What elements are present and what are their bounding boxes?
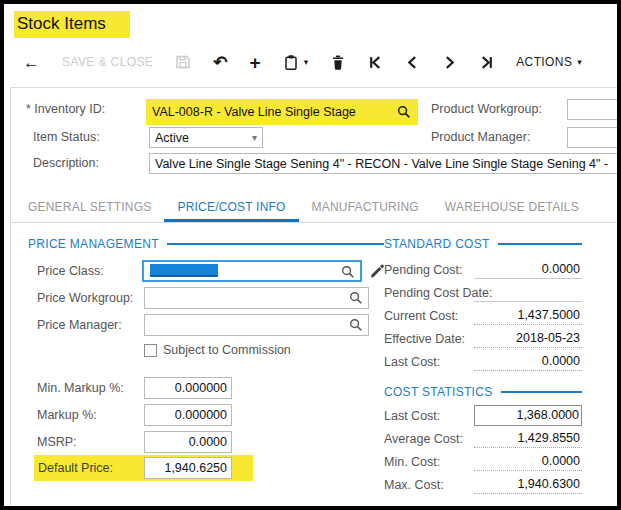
search-icon[interactable] (349, 291, 363, 305)
price-class-selected-text (150, 264, 218, 277)
price-management-section: PRICE MANAGEMENT Price Class: Price Work… (11, 235, 384, 496)
form-panel: * Inventory ID: VAL-008-R - Valve Line S… (10, 87, 617, 506)
cost-statistics-heading: COST STATISTICS (384, 383, 582, 400)
average-cost-row: Average Cost: 1,429.8550 (384, 427, 582, 450)
actions-button[interactable]: ACTIONS ▾ (505, 46, 593, 78)
first-record-icon (368, 55, 383, 70)
last-cost-label: Last Cost: (384, 355, 474, 369)
msrp-field[interactable]: 0.0000 (144, 431, 232, 453)
undo-button[interactable]: ↶ (202, 46, 238, 78)
subject-to-commission-row: Subject to Commission (144, 338, 384, 362)
price-workgroup-field[interactable] (144, 287, 369, 309)
description-field[interactable]: Valve Line Single Stage Sening 4" - RECO… (149, 153, 617, 174)
min-markup-row: Min. Markup %: 0.000000 (28, 374, 384, 401)
tab-content: PRICE MANAGEMENT Price Class: Price Work… (11, 223, 617, 496)
default-price-field[interactable]: 1,940.6250 (144, 457, 232, 479)
effective-date-label: Effective Date: (384, 332, 474, 346)
markup-label: Markup %: (28, 408, 144, 422)
pending-cost-date-row: Pending Cost Date: (384, 281, 582, 304)
price-class-row: Price Class: (28, 257, 384, 284)
price-manager-row: Price Manager: (28, 311, 384, 338)
pending-cost-row: Pending Cost: 0.0000 (384, 258, 582, 281)
product-manager-label: Product Manager: (431, 130, 530, 144)
markup-value: 0.000000 (175, 408, 227, 422)
save-disk-icon (175, 54, 191, 70)
actions-dropdown-caret: ▾ (577, 57, 582, 67)
inventory-id-value: VAL-008-R - Valve Line Single Stage (152, 105, 397, 119)
item-status-select[interactable]: Active ▾ (149, 127, 263, 148)
required-mark: * (26, 102, 31, 116)
stats-last-cost-label: Last Cost: (384, 409, 474, 423)
max-cost-value: 1,940.6300 (474, 475, 582, 494)
search-icon[interactable] (341, 265, 355, 279)
markup-row: Markup %: 0.000000 (28, 401, 384, 428)
back-button[interactable]: ← (12, 46, 51, 78)
actions-label: ACTIONS (516, 55, 572, 69)
current-cost-label: Current Cost: (384, 309, 474, 323)
go-prev-button[interactable] (394, 46, 431, 78)
markup-field[interactable]: 0.000000 (144, 404, 232, 426)
tab-price-cost-info[interactable]: PRICE/COST INFO (164, 190, 298, 222)
last-cost-value: 0.0000 (474, 352, 582, 371)
stats-last-cost-value[interactable]: 1,368.0000 (474, 405, 582, 426)
delete-button[interactable] (319, 46, 357, 78)
average-cost-label: Average Cost: (384, 432, 474, 446)
min-markup-label: Min. Markup %: (28, 381, 144, 395)
default-price-row: Default Price: 1,940.6250 (34, 455, 253, 481)
toolbar: ← SAVE & CLOSE ↶ + ▾ (4, 37, 617, 87)
add-button[interactable]: + (239, 46, 272, 78)
subject-to-commission-checkbox[interactable] (144, 344, 157, 357)
effective-date-value: 2018-05-23 (474, 329, 582, 348)
edit-pencil-icon[interactable] (370, 263, 384, 278)
tab-bar: GENERAL SETTINGS PRICE/COST INFO MANUFAC… (11, 190, 617, 223)
tab-truncated[interactable]: WH (614, 190, 617, 222)
back-arrow-icon: ← (23, 54, 40, 71)
price-class-field[interactable] (142, 260, 362, 282)
msrp-label: MSRP: (28, 435, 144, 449)
description-label: Description: (33, 156, 99, 170)
go-first-button[interactable] (357, 46, 394, 78)
average-cost-value: 1,429.8550 (474, 429, 582, 448)
product-manager-field[interactable] (567, 127, 617, 148)
tab-general-settings[interactable]: GENERAL SETTINGS (15, 190, 164, 222)
tab-manufacturing[interactable]: MANUFACTURING (299, 190, 432, 222)
price-class-label: Price Class: (28, 264, 142, 278)
cost-sections: STANDARD COST Pending Cost: 0.0000 Pendi… (384, 235, 582, 496)
page-title: Stock Items (14, 11, 130, 38)
pending-cost-date-value[interactable] (474, 283, 582, 302)
max-cost-label: Max. Cost: (384, 478, 474, 492)
standard-cost-heading: STANDARD COST (384, 235, 582, 252)
min-cost-label: Min. Cost: (384, 455, 474, 469)
go-next-button[interactable] (431, 46, 468, 78)
save-button[interactable] (164, 46, 202, 78)
inventory-id-field[interactable]: VAL-008-R - Valve Line Single Stage (146, 99, 418, 125)
min-cost-row: Min. Cost: 0.0000 (384, 450, 582, 473)
product-workgroup-field[interactable] (567, 99, 617, 120)
trash-icon (330, 54, 346, 71)
save-close-button[interactable]: SAVE & CLOSE (51, 46, 164, 78)
stock-items-window: Stock Items ← SAVE & CLOSE ↶ + ▾ (0, 0, 621, 510)
clipboard-icon (283, 54, 299, 71)
clipboard-button[interactable]: ▾ (272, 46, 320, 78)
current-cost-value: 1,437.5000 (474, 306, 582, 325)
item-status-value: Active (155, 131, 189, 145)
pending-cost-label: Pending Cost: (384, 263, 474, 277)
pending-cost-value[interactable]: 0.0000 (474, 260, 582, 279)
price-workgroup-label: Price Workgroup: (28, 291, 144, 305)
default-price-label: Default Price: (34, 461, 144, 475)
go-last-button[interactable] (468, 46, 505, 78)
default-price-value: 1,940.6250 (164, 461, 227, 475)
tab-warehouse-details[interactable]: WAREHOUSE DETAILS (432, 190, 592, 222)
inventory-id-label: * Inventory ID: (26, 102, 105, 116)
price-manager-field[interactable] (144, 314, 369, 336)
min-markup-field[interactable]: 0.000000 (144, 377, 232, 399)
min-cost-value: 0.0000 (474, 452, 582, 471)
save-close-label: SAVE & CLOSE (62, 55, 153, 69)
subject-to-commission-label: Subject to Commission (163, 343, 291, 357)
chevron-left-icon (405, 55, 420, 70)
form-header: * Inventory ID: VAL-008-R - Valve Line S… (11, 88, 617, 190)
effective-date-row: Effective Date: 2018-05-23 (384, 327, 582, 350)
search-icon[interactable] (349, 318, 363, 332)
search-icon[interactable] (397, 105, 411, 119)
last-record-icon (479, 55, 494, 70)
